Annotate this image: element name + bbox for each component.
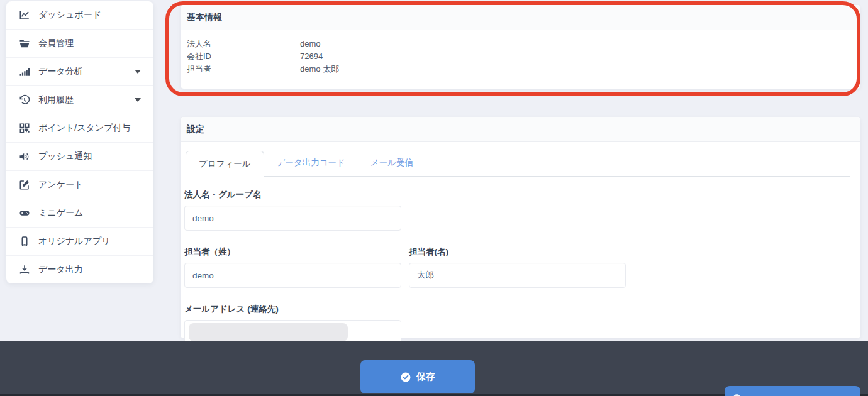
smartphone-icon (19, 236, 30, 247)
tab-data-output-code[interactable]: データ出力コード (264, 150, 358, 176)
sidebar-item-label: ポイント/スタンプ付与 (38, 123, 131, 134)
info-label: 担当者 (187, 63, 300, 75)
first-name-label: 担当者(名) (409, 246, 626, 258)
sidebar-item-label: プッシュ通知 (38, 151, 92, 162)
gamepad-icon (19, 207, 30, 219)
last-name-group: 担当者（姓） (184, 246, 401, 288)
qr-code-icon (19, 123, 30, 134)
save-button[interactable]: 保存 (360, 360, 475, 393)
info-value: demo (300, 38, 321, 50)
info-value: demo 太郎 (300, 63, 339, 75)
sidebar-item-points-stamps[interactable]: ポイント/スタンプ付与 (6, 114, 153, 143)
megaphone-icon (19, 151, 30, 162)
basic-info-card-title: 基本情報 (181, 5, 860, 30)
info-row-company-id: 会社ID 72694 (187, 50, 854, 63)
corp-name-label: 法人名・グループ名 (184, 189, 401, 201)
sidebar-item-label: オリジナルアプリ (38, 236, 111, 247)
check-circle-icon (400, 371, 411, 383)
last-name-label: 担当者（姓） (184, 246, 401, 258)
info-row-corporate-name: 法人名 demo (187, 38, 854, 50)
bar-chart-icon (19, 66, 30, 77)
edit-icon (19, 179, 30, 190)
first-name-field[interactable] (409, 263, 626, 288)
history-icon (19, 94, 30, 106)
sidebar-item-data-export[interactable]: データ出力 (6, 256, 153, 283)
settings-card-title: 設定 (181, 117, 860, 142)
sidebar-item-label: ミニゲーム (38, 207, 83, 219)
download-icon (19, 264, 30, 275)
sidebar-item-push-notification[interactable]: プッシュ通知 (6, 143, 153, 171)
sidebar-item-label: データ出力 (38, 264, 83, 275)
sidebar-item-dashboard[interactable]: ダッシュボード (6, 1, 153, 30)
chevron-down-icon (135, 98, 141, 102)
sidebar-item-survey[interactable]: アンケート (6, 171, 153, 199)
corp-name-field[interactable] (184, 206, 401, 231)
sidebar-item-data-analysis[interactable]: データ分析 (6, 58, 153, 86)
sidebar-item-minigame[interactable]: ミニゲーム (6, 199, 153, 228)
sidebar-item-label: ダッシュボード (38, 9, 101, 21)
email-redaction-overlay (189, 323, 348, 341)
sidebar-item-label: 利用履歴 (38, 94, 74, 106)
sidebar-item-label: 会員管理 (38, 38, 74, 49)
basic-info-card: 基本情報 法人名 demo 会社ID 72694 担当者 demo 太郎 (181, 5, 860, 89)
info-label: 法人名 (187, 38, 300, 50)
sidebar: ダッシュボード 会員管理 データ分析 利用履歴 ポイント/スタンプ付与 プッシュ… (6, 1, 153, 283)
info-label: 会社ID (187, 50, 300, 63)
sidebar-item-label: データ分析 (38, 66, 83, 77)
sidebar-item-label: アンケート (38, 179, 83, 190)
first-name-group: 担当者(名) (409, 246, 626, 288)
info-row-contact-person: 担当者 demo 太郎 (187, 63, 854, 75)
settings-tabs: プロフィール データ出力コード メール受信 (186, 151, 850, 177)
sidebar-item-members[interactable]: 会員管理 (6, 30, 153, 58)
email-group: メールアドレス (連絡先) (184, 304, 401, 345)
tab-mail-reception[interactable]: メール受信 (358, 150, 426, 176)
corner-action-button[interactable] (725, 386, 860, 396)
corp-name-group: 法人名・グループ名 (184, 189, 401, 231)
line-chart-icon (19, 9, 30, 21)
settings-card: 設定 プロフィール データ出力コード メール受信 法人名・グループ名 担当者（姓… (181, 117, 860, 338)
chevron-down-icon (135, 70, 141, 74)
info-value: 72694 (300, 50, 323, 63)
sidebar-item-original-app[interactable]: オリジナルアプリ (6, 228, 153, 256)
profile-form: 法人名・グループ名 担当者（姓） 担当者(名) メールアドレス (連絡先) (181, 177, 860, 345)
tab-profile[interactable]: プロフィール (186, 151, 264, 177)
basic-info-body: 法人名 demo 会社ID 72694 担当者 demo 太郎 (181, 30, 860, 75)
folder-icon (19, 38, 30, 49)
last-name-field[interactable] (184, 263, 401, 288)
sidebar-item-usage-history[interactable]: 利用履歴 (6, 86, 153, 114)
email-label: メールアドレス (連絡先) (184, 304, 401, 315)
save-button-label: 保存 (416, 371, 435, 383)
